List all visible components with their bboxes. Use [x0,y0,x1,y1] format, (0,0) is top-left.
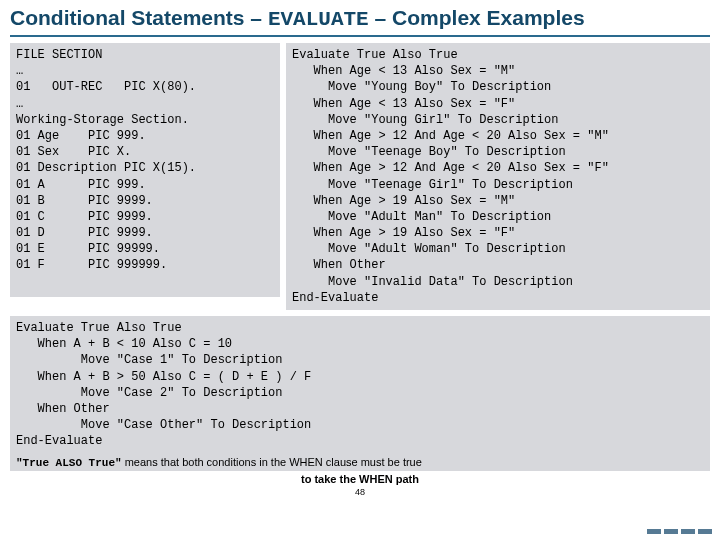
footnote-quote: "True ALSO True" [16,457,122,469]
footnote-line2: to take the WHEN path [10,473,710,485]
corner-decor [647,529,712,534]
code-left: FILE SECTION … 01 OUT-REC PIC X(80). … W… [10,43,280,297]
code-columns: FILE SECTION … 01 OUT-REC PIC X(80). … W… [10,43,710,310]
title-mono: EVALUATE [268,8,369,31]
code-bottom: Evaluate True Also True When A + B < 10 … [10,316,710,454]
decor-bar [664,529,678,534]
title-post: – Complex Examples [369,6,585,29]
page-number: 48 [10,487,710,497]
footnote-line1: "True ALSO True" means that both conditi… [10,454,710,471]
code-right: Evaluate True Also True When Age < 13 Al… [286,43,710,310]
footnote-tail: means that both conditions in the WHEN c… [122,456,422,468]
decor-bar [681,529,695,534]
title-pre: Conditional Statements – [10,6,268,29]
slide: Conditional Statements – EVALUATE – Comp… [0,0,720,540]
slide-title: Conditional Statements – EVALUATE – Comp… [10,6,710,37]
decor-bar [647,529,661,534]
decor-bar [698,529,712,534]
